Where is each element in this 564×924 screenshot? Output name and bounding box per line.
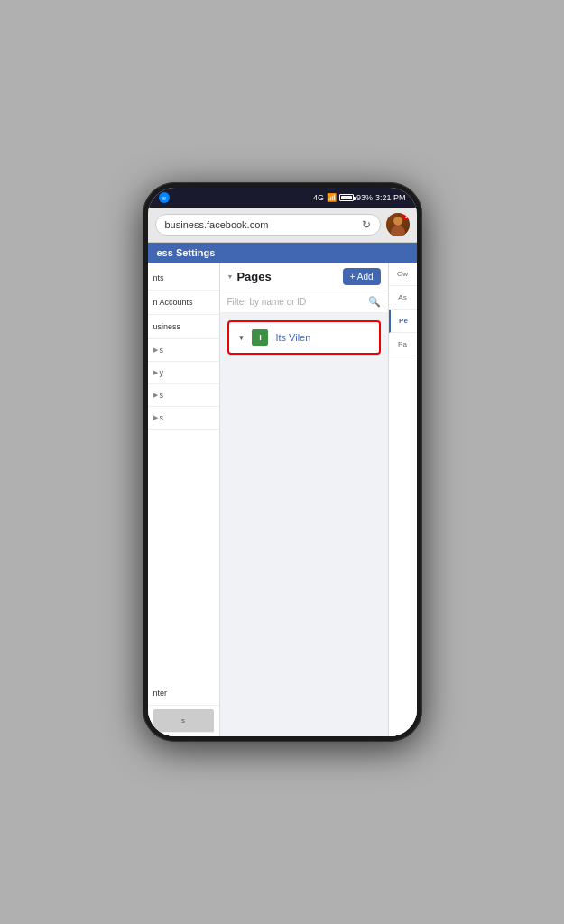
tab-partners[interactable]: Pa: [389, 333, 417, 356]
add-page-button[interactable]: + Add: [343, 268, 381, 285]
sidebar-item-ad-accounts[interactable]: n Accounts: [148, 291, 219, 315]
messenger-icon: ✉: [159, 192, 170, 203]
clock: 3:21 PM: [375, 193, 406, 202]
browser-bar: business.facebook.com ↻ 1: [148, 208, 417, 243]
sidebar-item-business[interactable]: usiness: [148, 315, 219, 339]
sidebar: nts n Accounts usiness ▶ s ▶ y: [148, 263, 220, 736]
sidebar-item-bottom[interactable]: nter: [148, 681, 219, 706]
page-content: ess Settings nts n Accounts usiness: [148, 243, 417, 736]
url-text: business.facebook.com: [165, 219, 269, 230]
pages-header: ▼ Pages + Add: [220, 263, 388, 291]
chevron-icon: ▶: [153, 369, 158, 376]
battery-level: 93%: [356, 193, 373, 202]
tab-owner[interactable]: Ow: [389, 263, 417, 286]
filter-bar: Filter by name or ID 🔍: [220, 291, 388, 313]
status-left: ✉: [159, 192, 170, 203]
page-item-icon: I: [252, 329, 268, 346]
status-right: 4G 📶 93% 3:21 PM: [313, 193, 406, 202]
signal-icon: 📶: [327, 193, 337, 202]
page-list: ▼ I Its Vilen: [220, 313, 388, 736]
sidebar-expand-4[interactable]: ▶ s: [148, 407, 219, 430]
profile-avatar[interactable]: 1: [386, 213, 410, 236]
sidebar-item-accounts[interactable]: nts: [148, 266, 219, 291]
main-panel: ▼ Pages + Add Filter by name or ID 🔍: [220, 263, 388, 736]
phone-screen: ✉ 4G 📶 93% 3:21 PM business.facebook.com…: [148, 188, 417, 736]
reload-icon[interactable]: ↻: [362, 218, 371, 231]
search-icon[interactable]: 🔍: [368, 296, 381, 308]
sidebar-expand-2[interactable]: ▶ y: [148, 362, 219, 384]
sidebar-expand-1[interactable]: ▶ s: [148, 339, 219, 362]
page-item-name: Its Vilen: [275, 332, 310, 343]
right-panel: Ow As Pe Pa: [388, 263, 417, 736]
network-indicator: 4G: [313, 193, 324, 202]
chevron-icon: ▶: [153, 346, 158, 354]
tab-people[interactable]: Pe: [389, 310, 417, 333]
biz-settings-header: ess Settings: [148, 243, 417, 263]
pages-title-row: ▼ Pages: [227, 270, 272, 283]
chevron-icon: ▶: [153, 414, 158, 421]
battery-icon: [339, 194, 354, 201]
main-layout: nts n Accounts usiness ▶ s ▶ y: [148, 263, 417, 736]
url-bar[interactable]: business.facebook.com ↻: [155, 214, 381, 236]
sidebar-expand-3[interactable]: ▶ s: [148, 384, 219, 407]
pages-chevron[interactable]: ▼: [227, 273, 234, 280]
sidebar-scroll-indicator: s: [153, 709, 214, 733]
phone-shell: ✉ 4G 📶 93% 3:21 PM business.facebook.com…: [143, 182, 422, 742]
page-item-its-vilen[interactable]: ▼ I Its Vilen: [227, 320, 381, 355]
tab-assigned[interactable]: As: [389, 286, 417, 310]
pages-title: Pages: [236, 270, 271, 283]
chevron-icon: ▶: [153, 392, 158, 399]
page-item-chevron: ▼: [238, 334, 245, 342]
status-bar: ✉ 4G 📶 93% 3:21 PM: [148, 188, 417, 208]
filter-placeholder: Filter by name or ID: [227, 297, 307, 307]
